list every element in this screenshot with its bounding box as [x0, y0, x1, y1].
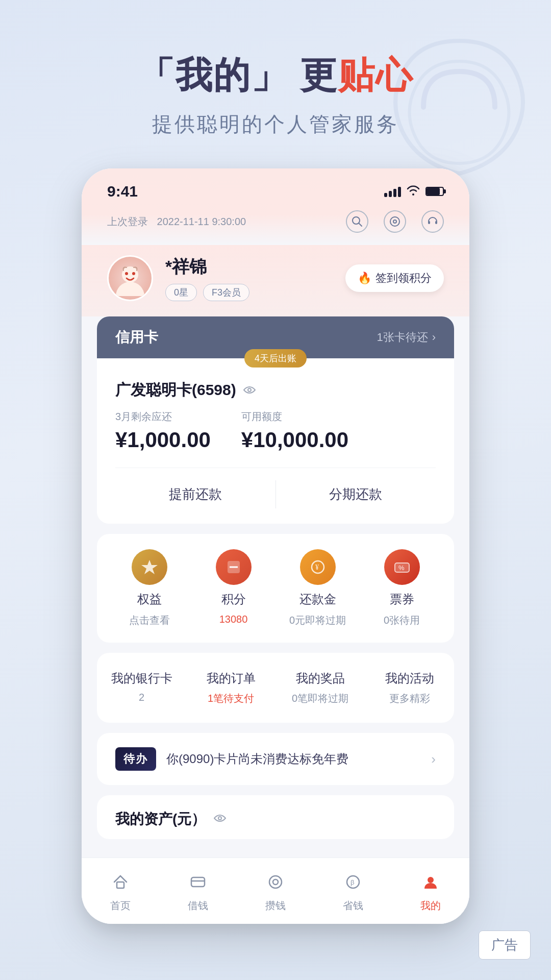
- remaining-value: ¥1,000.00: [115, 428, 211, 452]
- nav-save[interactable]: 攒钱: [237, 864, 314, 918]
- rights-icon: [132, 549, 167, 585]
- remaining-amount: 3月剩余应还 ¥1,000.00: [115, 410, 211, 452]
- remaining-label: 3月剩余应还: [115, 410, 211, 424]
- status-time: 9:41: [107, 183, 138, 200]
- status-bar-area: 9:41: [82, 168, 469, 245]
- installment-button[interactable]: 分期还款: [276, 480, 436, 508]
- quick-link-points[interactable]: 积分 13080: [198, 549, 269, 627]
- nav-mine[interactable]: 我的: [392, 864, 469, 918]
- header-subtitle: 提供聪明的个人管家服务: [0, 110, 551, 138]
- card-actions: 提前还款 分期还款: [115, 468, 436, 508]
- points-value: 13080: [219, 614, 248, 625]
- quick-link-rights[interactable]: 权益 点击查看: [114, 549, 185, 627]
- member-badge: F3会员: [203, 284, 249, 301]
- svg-marker-11: [141, 560, 158, 574]
- last-login-text: 上次登录 2022-11-11 9:30:00: [107, 215, 246, 229]
- my-orders[interactable]: 我的订单 1笔待支付: [186, 663, 276, 713]
- svg-rect-20: [191, 877, 205, 887]
- status-icons: [384, 184, 444, 199]
- early-repay-button[interactable]: 提前还款: [115, 480, 276, 508]
- user-left: *祥锦 0星 F3会员: [107, 255, 249, 301]
- my-bankcard[interactable]: 我的银行卡 2: [97, 663, 186, 713]
- user-profile: *祥锦 0星 F3会员 🔥 签到领积分: [82, 245, 469, 316]
- home-icon: [108, 869, 133, 895]
- todo-badge: 待办: [115, 747, 156, 771]
- header-section: 「我的」 更贴心 提供聪明的个人管家服务: [0, 51, 551, 138]
- nav-loan[interactable]: 借钱: [159, 864, 237, 918]
- card-body: 4天后出账 广发聪明卡(6598) 3月剩余应还 ¥1,000.00: [97, 358, 454, 524]
- my-section: 我的银行卡 2 我的订单 1笔待支付 我的奖品 0笔即将过期 我的活动 更多精彩: [97, 653, 454, 723]
- quick-link-coupon[interactable]: % 票券 0张待用: [366, 549, 438, 627]
- svg-point-8: [125, 272, 128, 275]
- repay-icon: ¥: [300, 549, 336, 585]
- points-icon: [216, 549, 252, 585]
- coupon-value: 0张待用: [384, 614, 420, 627]
- card-name-row: 广发聪明卡(6598): [115, 380, 436, 401]
- header-title: 「我的」 更贴心: [0, 51, 551, 100]
- quick-links-row: 权益 点击查看 积分 13080: [107, 549, 444, 627]
- signal-icon: [384, 186, 401, 197]
- loan-icon: [185, 869, 211, 895]
- svg-point-22: [269, 876, 282, 888]
- bottom-nav: 首页 借钱 攒钱: [82, 857, 469, 924]
- star-badge: 0星: [165, 284, 197, 301]
- svg-text:β: β: [350, 878, 354, 886]
- days-tag: 4天后出账: [244, 349, 307, 368]
- available-label: 可用额度: [241, 410, 348, 424]
- svg-text:%: %: [398, 564, 405, 572]
- my-prizes[interactable]: 我的奖品 0笔即将过期: [276, 663, 365, 713]
- card-pending[interactable]: 1张卡待还 ›: [377, 330, 436, 345]
- nav-save-money[interactable]: β 省钱: [314, 864, 392, 918]
- svg-point-3: [393, 220, 396, 223]
- avatar: [107, 255, 153, 301]
- svg-point-18: [218, 817, 221, 820]
- eye-icon[interactable]: [243, 384, 256, 397]
- nav-home[interactable]: 首页: [82, 864, 159, 918]
- checkin-button[interactable]: 🔥 签到领积分: [345, 264, 444, 292]
- checkin-text: 签到领积分: [375, 271, 432, 286]
- save-icon: [263, 869, 288, 895]
- quick-links: 权益 点击查看 积分 13080: [97, 534, 454, 643]
- phone-screen: 9:41: [82, 168, 469, 924]
- assets-section[interactable]: 我的资产(元）: [97, 795, 454, 839]
- nav-loan-label: 借钱: [188, 899, 208, 913]
- quick-link-repay[interactable]: ¥ 还款金 0元即将过期: [282, 549, 354, 627]
- header-action-icons: [346, 210, 444, 233]
- svg-point-10: [248, 388, 251, 391]
- nav-savemoney-label: 省钱: [343, 899, 363, 913]
- nav-mine-label: 我的: [420, 899, 441, 913]
- user-info: *祥锦 0星 F3会员: [165, 255, 249, 301]
- todo-section[interactable]: 待办 你(9090)卡片尚未消费达标免年费 ›: [97, 733, 454, 785]
- nav-save-label: 攒钱: [265, 899, 286, 913]
- assets-title: 我的资产(元）: [115, 810, 206, 829]
- nav-home-label: 首页: [110, 899, 131, 913]
- repay-name: 还款金: [299, 591, 336, 607]
- card-section-title: 信用卡: [115, 328, 158, 347]
- status-bar: 9:41: [107, 183, 444, 200]
- todo-left: 待办 你(9090)卡片尚未消费达标免年费: [115, 747, 348, 771]
- wifi-icon: [406, 184, 420, 199]
- savemoney-icon: β: [340, 869, 366, 895]
- my-grid: 我的银行卡 2 我的订单 1笔待支付 我的奖品 0笔即将过期 我的活动 更多精彩: [97, 663, 454, 713]
- mine-icon: [418, 869, 443, 895]
- phone-mockup: 9:41: [82, 168, 469, 924]
- available-amount: 可用额度 ¥10,000.00: [241, 410, 348, 452]
- headset-icon[interactable]: [421, 210, 444, 233]
- my-activities[interactable]: 我的活动 更多精彩: [365, 663, 454, 713]
- card-amounts: 3月剩余应还 ¥1,000.00 可用额度 ¥10,000.00: [115, 410, 436, 452]
- assets-eye-icon: [214, 814, 226, 824]
- svg-text:¥: ¥: [315, 564, 319, 571]
- last-login-row: 上次登录 2022-11-11 9:30:00: [107, 210, 444, 245]
- svg-point-9: [132, 272, 135, 275]
- rights-value: 点击查看: [129, 614, 170, 627]
- available-value: ¥10,000.00: [241, 428, 348, 452]
- points-name: 积分: [221, 591, 246, 607]
- repay-value: 0元即将过期: [289, 614, 346, 627]
- svg-rect-5: [435, 221, 437, 224]
- svg-point-2: [390, 217, 399, 226]
- ad-badge: 广告: [479, 930, 531, 960]
- battery-icon: [425, 187, 444, 196]
- search-icon[interactable]: [346, 210, 368, 233]
- user-name: *祥锦: [165, 255, 249, 279]
- message-icon[interactable]: [384, 210, 406, 233]
